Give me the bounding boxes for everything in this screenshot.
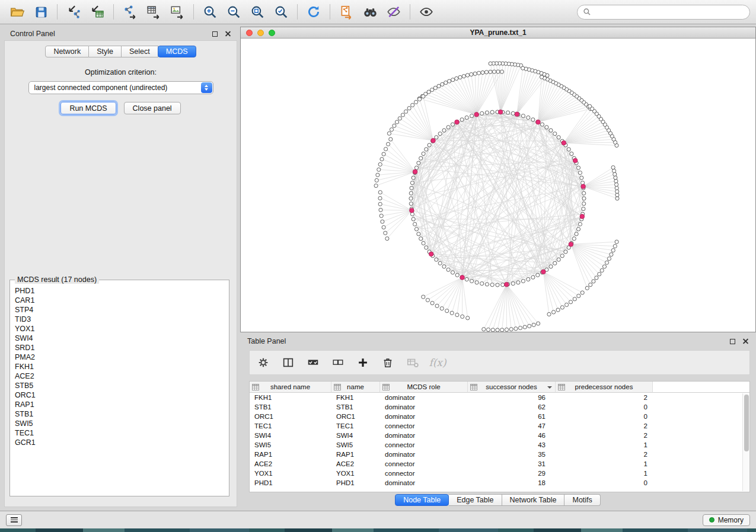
memory-button[interactable]: Memory — [703, 514, 750, 526]
cell-shared_name[interactable]: FKH1 — [250, 393, 331, 402]
delete-table-button[interactable] — [405, 355, 420, 370]
mcds-result-item[interactable]: CAR1 — [15, 296, 224, 305]
cell-role[interactable]: connector — [380, 459, 468, 469]
table-row[interactable]: YOX1YOX1connector291 — [250, 469, 749, 478]
function-builder-button[interactable]: f(x) — [430, 355, 445, 370]
close-panel-button[interactable]: Close panel — [124, 102, 181, 114]
network-view[interactable] — [241, 39, 755, 332]
mcds-result-item[interactable]: YOX1 — [15, 324, 224, 334]
cell-role[interactable]: connector — [380, 440, 468, 450]
panel-menu-button[interactable] — [6, 514, 22, 526]
cell-predecessors[interactable]: 1 — [556, 469, 653, 478]
cell-shared_name[interactable]: RAP1 — [250, 450, 331, 459]
export-network-button[interactable] — [119, 2, 141, 21]
cell-role[interactable]: dominator — [380, 412, 468, 421]
cell-role[interactable]: connector — [380, 469, 468, 478]
cell-name[interactable]: PHD1 — [331, 478, 380, 488]
find-button[interactable] — [359, 2, 381, 21]
mcds-result-item[interactable]: STB1 — [15, 409, 224, 419]
cell-predecessors[interactable]: 2 — [556, 431, 653, 440]
mcds-result-item[interactable]: RAP1 — [15, 400, 224, 409]
float-panel-icon[interactable] — [730, 339, 735, 344]
mcds-result-item[interactable]: STP4 — [15, 305, 224, 315]
tab-edge-table[interactable]: Edge Table — [449, 494, 502, 506]
cell-shared_name[interactable]: STB1 — [250, 402, 331, 412]
cell-successors[interactable]: 61 — [468, 412, 556, 421]
open-file-button[interactable] — [6, 2, 28, 21]
search-box[interactable] — [577, 5, 750, 20]
cell-shared_name[interactable]: TEC1 — [250, 421, 331, 431]
cell-role[interactable]: dominator — [380, 478, 468, 488]
export-image-button[interactable] — [166, 2, 189, 21]
mcds-result-item[interactable]: GCR1 — [15, 438, 224, 447]
select-all-button[interactable] — [305, 355, 321, 370]
import-network-button[interactable] — [62, 2, 85, 21]
cell-successors[interactable]: 62 — [468, 402, 556, 412]
table-row[interactable]: ORC1ORC1dominator610 — [250, 412, 749, 421]
save-button[interactable] — [30, 2, 52, 21]
cell-shared_name[interactable]: ACE2 — [250, 459, 331, 469]
mcds-result-item[interactable]: SWI4 — [15, 334, 224, 343]
table-scrollbar[interactable] — [742, 393, 749, 491]
cell-name[interactable]: TEC1 — [331, 421, 380, 431]
delete-column-button[interactable] — [380, 355, 395, 370]
cell-shared_name[interactable]: YOX1 — [250, 469, 331, 478]
cell-name[interactable]: STB1 — [331, 402, 380, 412]
cell-successors[interactable]: 31 — [468, 459, 556, 469]
table-row[interactable]: PHD1PHD1dominator180 — [250, 478, 749, 488]
mcds-result-item[interactable]: SRD1 — [15, 343, 224, 352]
cell-predecessors[interactable]: 0 — [556, 402, 653, 412]
tab-motifs[interactable]: Motifs — [564, 494, 600, 506]
cell-predecessors[interactable]: 2 — [556, 450, 653, 459]
search-input[interactable] — [594, 8, 744, 16]
scrollbar-thumb[interactable] — [744, 395, 749, 451]
cell-successors[interactable]: 43 — [468, 440, 556, 450]
unselect-all-button[interactable] — [330, 355, 346, 370]
tab-network[interactable]: Network — [45, 46, 89, 57]
cell-name[interactable]: YOX1 — [331, 469, 380, 478]
mcds-result-item[interactable]: ORC1 — [15, 390, 224, 400]
cell-role[interactable]: dominator — [380, 402, 468, 412]
table-row[interactable]: FKH1FKH1dominator962 — [250, 393, 749, 402]
tab-style[interactable]: Style — [89, 46, 122, 57]
cell-role[interactable]: connector — [380, 421, 468, 431]
cell-shared_name[interactable]: ORC1 — [250, 412, 331, 421]
column-header-successor-nodes[interactable]: successor nodes — [468, 382, 556, 393]
maximize-window-icon[interactable] — [269, 30, 275, 36]
tab-select[interactable]: Select — [122, 46, 158, 57]
tab-node-table[interactable]: Node Table — [395, 494, 449, 506]
minimize-window-icon[interactable] — [257, 30, 264, 36]
cell-successors[interactable]: 18 — [468, 478, 556, 488]
table-row[interactable]: SWI4SWI4dominator462 — [250, 431, 749, 440]
cell-successors[interactable]: 46 — [468, 431, 556, 440]
cell-predecessors[interactable]: 1 — [556, 440, 653, 450]
cell-predecessors[interactable]: 0 — [556, 478, 653, 488]
mcds-result-item[interactable]: STB5 — [15, 381, 224, 390]
cell-name[interactable]: SWI5 — [331, 440, 380, 450]
cell-predecessors[interactable]: 2 — [556, 421, 653, 431]
cell-shared_name[interactable]: PHD1 — [250, 478, 331, 488]
mcds-result-item[interactable]: PHD1 — [15, 286, 224, 296]
close-panel-icon[interactable] — [225, 31, 231, 37]
show-columns-button[interactable] — [280, 355, 296, 370]
zoom-fit-button[interactable] — [246, 2, 269, 21]
column-header-name[interactable]: name — [331, 382, 380, 393]
mcds-result-item[interactable]: SWI5 — [15, 419, 224, 428]
import-table-button[interactable] — [86, 2, 109, 21]
mcds-result-item[interactable]: TID3 — [15, 315, 224, 324]
mcds-result-item[interactable]: TEC1 — [15, 428, 224, 438]
cell-name[interactable]: ORC1 — [331, 412, 380, 421]
mcds-result-item[interactable]: FKH1 — [15, 362, 224, 371]
cell-name[interactable]: ACE2 — [331, 459, 380, 469]
tab-mcds[interactable]: MCDS — [158, 46, 196, 57]
float-panel-icon[interactable] — [212, 31, 218, 37]
close-window-icon[interactable] — [246, 30, 253, 36]
optimization-criterion-dropdown[interactable]: largest connected component (undirected) — [28, 81, 213, 94]
zoom-out-button[interactable] — [222, 2, 245, 21]
cell-shared_name[interactable]: SWI5 — [250, 440, 331, 450]
table-row[interactable]: SWI5SWI5connector431 — [250, 440, 749, 450]
close-panel-icon[interactable] — [742, 338, 749, 345]
hide-selected-button[interactable] — [382, 2, 405, 21]
cell-shared_name[interactable]: SWI4 — [250, 431, 331, 440]
cell-successors[interactable]: 35 — [468, 450, 556, 459]
